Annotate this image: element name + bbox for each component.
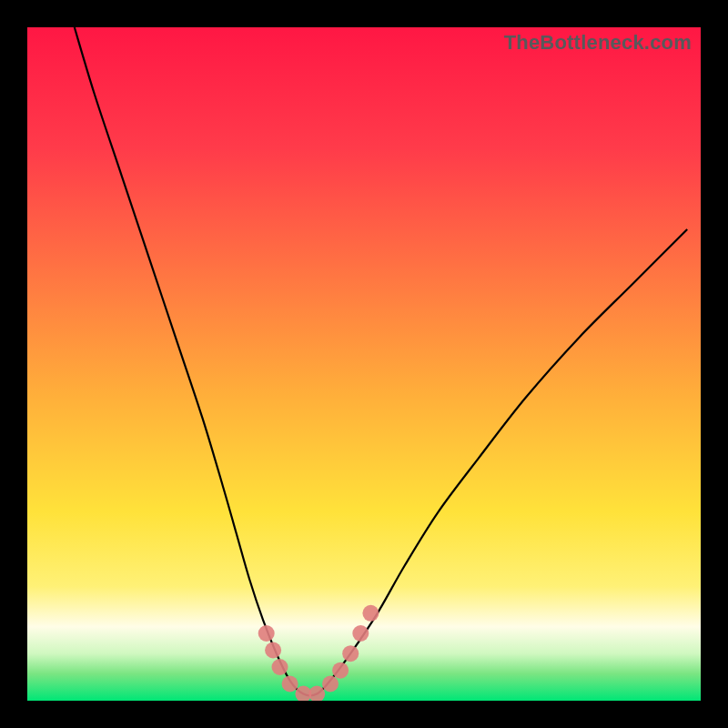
highlight-dot (352, 625, 369, 642)
bottleneck-curve (75, 27, 687, 695)
highlight-dots (258, 605, 379, 701)
chart-svg (27, 27, 701, 701)
highlight-dot (272, 659, 288, 675)
highlight-dot (332, 662, 349, 679)
plot-frame: TheBottleneck.com (27, 27, 701, 701)
highlight-dot (362, 605, 379, 622)
highlight-dot (258, 625, 275, 642)
highlight-dot (322, 676, 339, 693)
highlight-dot (265, 642, 281, 659)
highlight-dot (342, 645, 359, 662)
highlight-dot (282, 676, 298, 693)
